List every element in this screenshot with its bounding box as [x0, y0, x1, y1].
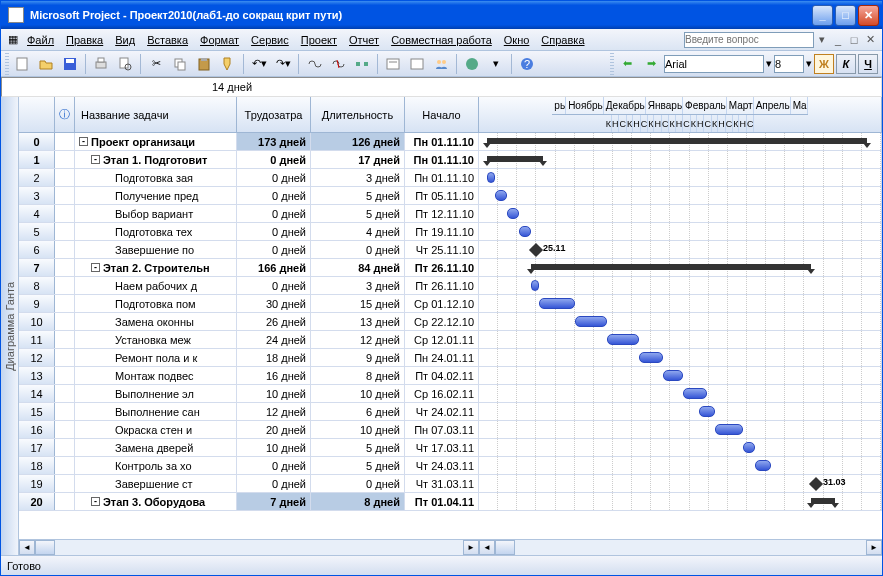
new-button[interactable] — [11, 53, 33, 75]
task-name-cell[interactable]: Получение пред — [75, 187, 237, 204]
row-number[interactable]: 1 — [19, 151, 55, 168]
task-name-cell[interactable]: Подготовка пом — [75, 295, 237, 312]
work-cell[interactable]: 16 дней — [237, 367, 311, 384]
row-number[interactable]: 14 — [19, 385, 55, 402]
scroll-right-button[interactable]: ► — [463, 540, 479, 555]
task-row[interactable]: 12Ремонт пола и к18 дней9 днейПн 24.01.1… — [19, 349, 882, 367]
work-cell[interactable]: 12 дней — [237, 403, 311, 420]
task-name-cell[interactable]: Выбор вариант — [75, 205, 237, 222]
paste-button[interactable] — [193, 53, 215, 75]
task-row[interactable]: 4Выбор вариант0 дней5 днейПт 12.11.10 — [19, 205, 882, 223]
start-cell[interactable]: Пн 01.11.10 — [405, 133, 479, 150]
dropdown-arrow-icon[interactable]: ▾ — [806, 57, 812, 70]
work-cell[interactable]: 26 дней — [237, 313, 311, 330]
work-cell[interactable]: 0 дней — [237, 241, 311, 258]
publish-button[interactable] — [461, 53, 483, 75]
start-cell[interactable]: Ср 22.12.10 — [405, 313, 479, 330]
doc-max-button[interactable]: □ — [846, 34, 862, 46]
dur-cell[interactable]: 8 дней — [311, 493, 405, 510]
task-info-button[interactable] — [382, 53, 404, 75]
task-row[interactable]: 6Завершение по0 дней0 днейЧт 25.11.1025.… — [19, 241, 882, 259]
task-name-cell[interactable]: Контроль за хо — [75, 457, 237, 474]
underline-button[interactable]: Ч — [858, 54, 878, 74]
dur-cell[interactable]: 17 дней — [311, 151, 405, 168]
start-cell[interactable]: Чт 24.02.11 — [405, 403, 479, 420]
task-row[interactable]: 7-Этап 2. Строительн166 дней84 днейПт 26… — [19, 259, 882, 277]
task-name-cell[interactable]: Замена оконны — [75, 313, 237, 330]
timescale-header[interactable]: рьНоябрьДекабрьЯнварьФевральМартАпрельМа… — [479, 97, 882, 132]
titlebar[interactable]: Microsoft Project - Проект2010(лаб1-до с… — [1, 1, 882, 29]
task-bar[interactable] — [531, 280, 539, 291]
dur-cell[interactable]: 12 дней — [311, 331, 405, 348]
menu-report[interactable]: Отчет — [343, 32, 385, 48]
minimize-button[interactable]: _ — [812, 5, 833, 26]
view-bar[interactable]: Диаграмма Ганта — [1, 97, 19, 555]
maximize-button[interactable]: □ — [835, 5, 856, 26]
collapse-icon[interactable]: - — [91, 155, 100, 164]
row-number[interactable]: 3 — [19, 187, 55, 204]
menu-file[interactable]: Файл — [21, 32, 60, 48]
bold-button[interactable]: Ж — [814, 54, 834, 74]
task-name-cell[interactable]: Завершение ст — [75, 475, 237, 492]
task-name-cell[interactable]: Ремонт пола и к — [75, 349, 237, 366]
task-bar[interactable] — [715, 424, 743, 435]
menu-help[interactable]: Справка — [535, 32, 590, 48]
task-bar[interactable] — [539, 298, 575, 309]
toolbar-grip[interactable] — [5, 53, 9, 75]
task-notes-button[interactable] — [406, 53, 428, 75]
task-row[interactable]: 19Завершение ст0 дней0 днейЧт 31.03.1131… — [19, 475, 882, 493]
summary-bar[interactable] — [811, 498, 835, 504]
start-cell[interactable]: Ср 16.02.11 — [405, 385, 479, 402]
scroll-left-button[interactable]: ◄ — [19, 540, 35, 555]
row-number[interactable]: 13 — [19, 367, 55, 384]
dur-cell[interactable]: 15 дней — [311, 295, 405, 312]
save-button[interactable] — [59, 53, 81, 75]
start-cell[interactable]: Ср 01.12.10 — [405, 295, 479, 312]
work-cell[interactable]: 0 дней — [237, 169, 311, 186]
work-column-header[interactable]: Трудозатра — [237, 97, 311, 132]
start-cell[interactable]: Чт 31.03.11 — [405, 475, 479, 492]
task-name-cell[interactable]: Выполнение сан — [75, 403, 237, 420]
close-button[interactable]: ✕ — [858, 5, 879, 26]
task-bar[interactable] — [639, 352, 663, 363]
duration-column-header[interactable]: Длительность — [311, 97, 405, 132]
work-cell[interactable]: 0 дней — [237, 151, 311, 168]
collapse-icon[interactable]: - — [79, 137, 88, 146]
work-cell[interactable]: 18 дней — [237, 349, 311, 366]
start-cell[interactable]: Пн 01.11.10 — [405, 151, 479, 168]
work-cell[interactable]: 166 дней — [237, 259, 311, 276]
start-cell[interactable]: Чт 17.03.11 — [405, 439, 479, 456]
format-painter-button[interactable] — [217, 53, 239, 75]
task-name-cell[interactable]: Подготовка тех — [75, 223, 237, 240]
work-cell[interactable]: 24 дней — [237, 331, 311, 348]
dur-cell[interactable]: 5 дней — [311, 439, 405, 456]
start-cell[interactable]: Пт 19.11.10 — [405, 223, 479, 240]
print-button[interactable] — [90, 53, 112, 75]
dur-cell[interactable]: 84 дней — [311, 259, 405, 276]
task-bar[interactable] — [495, 190, 507, 201]
task-bar[interactable] — [699, 406, 715, 417]
task-row[interactable]: 15Выполнение сан12 дней6 днейЧт 24.02.11 — [19, 403, 882, 421]
row-number[interactable]: 16 — [19, 421, 55, 438]
row-number[interactable]: 19 — [19, 475, 55, 492]
task-row[interactable]: 2Подготовка зая0 дней3 днейПн 01.11.10 — [19, 169, 882, 187]
menu-corner-icon[interactable]: ▦ — [5, 33, 21, 46]
print-preview-button[interactable] — [114, 53, 136, 75]
dur-cell[interactable]: 0 дней — [311, 241, 405, 258]
scroll-track[interactable] — [35, 540, 463, 555]
help-button[interactable]: ? — [516, 53, 538, 75]
row-number[interactable]: 12 — [19, 349, 55, 366]
dur-cell[interactable]: 10 дней — [311, 421, 405, 438]
task-row[interactable]: 11Установка меж24 дней12 днейСр 12.01.11 — [19, 331, 882, 349]
nav-prev-button[interactable]: ⬅ — [616, 53, 638, 75]
menu-view[interactable]: Вид — [109, 32, 141, 48]
row-number[interactable]: 15 — [19, 403, 55, 420]
work-cell[interactable]: 10 дней — [237, 439, 311, 456]
task-bar[interactable] — [519, 226, 531, 237]
start-column-header[interactable]: Начало — [405, 97, 479, 132]
task-bar[interactable] — [743, 442, 755, 453]
menu-format[interactable]: Формат — [194, 32, 245, 48]
dur-cell[interactable]: 4 дней — [311, 223, 405, 240]
work-cell[interactable]: 0 дней — [237, 475, 311, 492]
split-task-button[interactable] — [351, 53, 373, 75]
